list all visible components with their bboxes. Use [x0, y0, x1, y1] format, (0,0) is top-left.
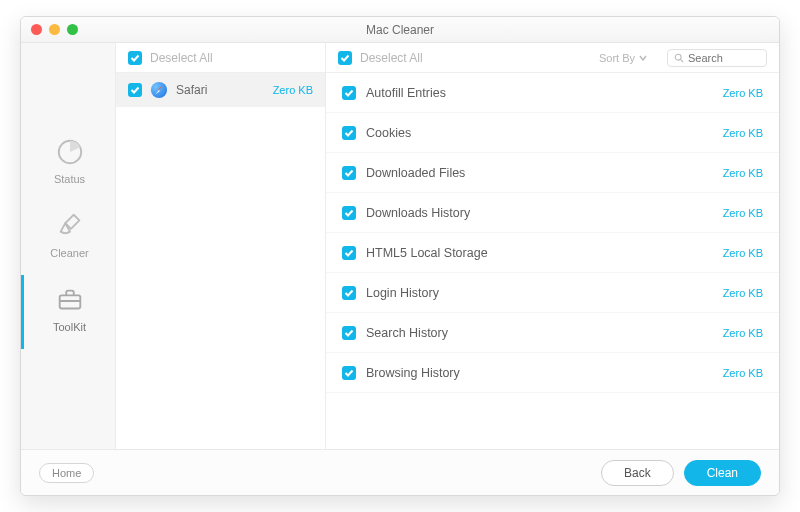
briefcase-icon	[55, 285, 85, 315]
detail-size: Zero KB	[723, 87, 763, 99]
detail-row[interactable]: Browsing HistoryZero KB	[326, 353, 779, 393]
detail-label: Login History	[366, 286, 439, 300]
chevron-down-icon	[639, 54, 647, 62]
detail-row[interactable]: CookiesZero KB	[326, 113, 779, 153]
details-header: Deselect All Sort By	[326, 43, 779, 73]
search-icon	[674, 53, 684, 63]
details-panel: Deselect All Sort By Autofill EntriesZer…	[326, 43, 779, 449]
checkbox-icon[interactable]	[342, 286, 356, 300]
brush-icon	[55, 211, 85, 241]
app-window: Mac Cleaner Status Cleaner ToolKit	[20, 16, 780, 496]
detail-size: Zero KB	[723, 287, 763, 299]
checkbox-icon[interactable]	[342, 86, 356, 100]
checkbox-icon	[128, 51, 142, 65]
sidebar: Status Cleaner ToolKit	[21, 43, 116, 449]
detail-label: Downloaded Files	[366, 166, 465, 180]
safari-icon	[150, 81, 168, 99]
detail-label: Downloads History	[366, 206, 470, 220]
detail-row[interactable]: HTML5 Local StorageZero KB	[326, 233, 779, 273]
sidebar-item-label: ToolKit	[53, 321, 86, 333]
deselect-all-details[interactable]: Deselect All	[338, 51, 423, 65]
checkbox-icon[interactable]	[342, 166, 356, 180]
back-button[interactable]: Back	[601, 460, 674, 486]
detail-row[interactable]: Downloaded FilesZero KB	[326, 153, 779, 193]
detail-size: Zero KB	[723, 167, 763, 179]
footer: Home Back Clean	[21, 449, 779, 495]
detail-label: Autofill Entries	[366, 86, 446, 100]
sidebar-item-cleaner[interactable]: Cleaner	[21, 201, 115, 275]
svg-line-7	[681, 59, 684, 62]
checkbox-icon	[338, 51, 352, 65]
detail-row[interactable]: Login HistoryZero KB	[326, 273, 779, 313]
details-list: Autofill EntriesZero KBCookiesZero KBDow…	[326, 73, 779, 449]
home-button[interactable]: Home	[39, 463, 94, 483]
apps-panel: Deselect All Safari Zero KB	[116, 43, 326, 449]
detail-label: Browsing History	[366, 366, 460, 380]
sidebar-item-toolkit[interactable]: ToolKit	[21, 275, 115, 349]
search-box[interactable]	[667, 49, 767, 67]
deselect-all-label: Deselect All	[360, 51, 423, 65]
sidebar-item-label: Status	[54, 173, 85, 185]
app-row-safari[interactable]: Safari Zero KB	[116, 73, 325, 107]
sidebar-item-status[interactable]: Status	[21, 127, 115, 201]
detail-size: Zero KB	[723, 127, 763, 139]
svg-point-6	[675, 54, 681, 60]
detail-size: Zero KB	[723, 247, 763, 259]
checkbox-icon[interactable]	[128, 83, 142, 97]
detail-label: HTML5 Local Storage	[366, 246, 488, 260]
deselect-all-apps[interactable]: Deselect All	[128, 51, 213, 65]
window-title: Mac Cleaner	[21, 23, 779, 37]
detail-label: Search History	[366, 326, 448, 340]
checkbox-icon[interactable]	[342, 366, 356, 380]
deselect-all-label: Deselect All	[150, 51, 213, 65]
sidebar-item-label: Cleaner	[50, 247, 89, 259]
body: Status Cleaner ToolKit Deselect All	[21, 43, 779, 449]
clean-button[interactable]: Clean	[684, 460, 761, 486]
checkbox-icon[interactable]	[342, 206, 356, 220]
detail-row[interactable]: Autofill EntriesZero KB	[326, 73, 779, 113]
sort-by-label: Sort By	[599, 52, 635, 64]
detail-row[interactable]: Downloads HistoryZero KB	[326, 193, 779, 233]
titlebar: Mac Cleaner	[21, 17, 779, 43]
detail-label: Cookies	[366, 126, 411, 140]
checkbox-icon[interactable]	[342, 126, 356, 140]
piechart-icon	[55, 137, 85, 167]
app-name: Safari	[176, 83, 207, 97]
app-size: Zero KB	[273, 84, 313, 96]
detail-size: Zero KB	[723, 367, 763, 379]
search-input[interactable]	[688, 52, 760, 64]
detail-row[interactable]: Search HistoryZero KB	[326, 313, 779, 353]
apps-header: Deselect All	[116, 43, 325, 73]
detail-size: Zero KB	[723, 207, 763, 219]
checkbox-icon[interactable]	[342, 246, 356, 260]
sort-by-dropdown[interactable]: Sort By	[599, 52, 647, 64]
checkbox-icon[interactable]	[342, 326, 356, 340]
detail-size: Zero KB	[723, 327, 763, 339]
